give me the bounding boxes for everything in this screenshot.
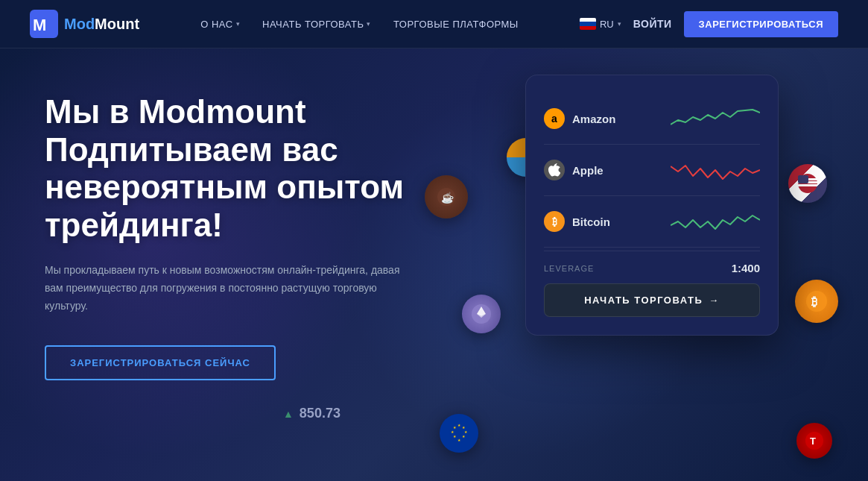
- nav-platforms[interactable]: ТОРГОВЫЕ ПЛАТФОРМЫ: [393, 19, 519, 30]
- hero-section: ☕ ★ ★ ★ ★ ★ ★ ★ ★: [0, 48, 868, 481]
- price-ticker: ▲ 850.73: [283, 406, 340, 421]
- hero-subtitle: Мы прокладываем путь к новым возможностя…: [45, 262, 417, 315]
- svg-text:M: M: [33, 16, 46, 34]
- svg-rect-19: [798, 184, 817, 186]
- cta-button[interactable]: ЗАРЕГИСТРИРОВАТЬСЯ СЕЙЧАС: [45, 345, 276, 380]
- apple-label: Apple: [572, 164, 604, 177]
- apple-sparkline: [671, 155, 760, 185]
- price-value: 850.73: [300, 406, 340, 421]
- bitcoin-label: Bitcoin: [572, 216, 610, 228]
- bitcoin-float-icon: ₿: [795, 280, 838, 323]
- register-button[interactable]: ЗАРЕГИСТРИРОВАТЬСЯ: [684, 11, 838, 37]
- svg-text:☕: ☕: [441, 192, 454, 204]
- leverage-row: LEVERAGE 1:400: [544, 251, 760, 283]
- leverage-value: 1:400: [732, 262, 760, 274]
- chevron-down-icon: ▾: [236, 20, 241, 28]
- coffee-icon: ☕: [425, 175, 468, 219]
- asset-row-bitcoin: ₿ Bitcoin: [544, 196, 760, 248]
- apple-icon: [544, 160, 565, 180]
- us-flag-icon: [788, 164, 827, 203]
- login-button[interactable]: ВОЙТИ: [633, 18, 672, 30]
- asset-row-amazon: a Amazon: [544, 93, 760, 145]
- svg-text:₿: ₿: [811, 295, 817, 308]
- trade-button-arrow: →: [709, 295, 720, 306]
- bitcoin-icon: ₿: [544, 211, 565, 232]
- eu-flag-icon: ★ ★ ★ ★ ★ ★ ★ ★: [440, 414, 478, 453]
- amazon-icon: a: [544, 108, 565, 129]
- ru-flag-icon: [580, 18, 596, 30]
- logo[interactable]: M ModMount: [30, 10, 139, 38]
- amazon-sparkline: [671, 104, 760, 133]
- language-selector[interactable]: RU ▾: [580, 18, 621, 30]
- nav-about[interactable]: О НАС ▾: [200, 19, 240, 30]
- logo-text: ModMount: [64, 16, 139, 33]
- price-arrow: ▲: [283, 408, 294, 420]
- trade-button[interactable]: НАЧАТЬ ТОРГОВАТЬ →: [544, 283, 760, 317]
- svg-rect-21: [798, 175, 808, 183]
- asset-info-amazon: a Amazon: [544, 108, 615, 129]
- navbar: M ModMount О НАС ▾ НАЧАТЬ ТОРГОВАТЬ ▾ ТО…: [0, 0, 868, 48]
- bitcoin-sparkline: [671, 207, 760, 236]
- chevron-down-icon: ▾: [618, 20, 621, 28]
- svg-text:T: T: [810, 436, 816, 447]
- asset-info-apple: Apple: [544, 160, 604, 180]
- nav-right: RU ▾ ВОЙТИ ЗАРЕГИСТРИРОВАТЬСЯ: [580, 11, 838, 37]
- asset-row-apple: Apple: [544, 145, 760, 196]
- ethereum-icon: [462, 295, 501, 333]
- nav-start-trading[interactable]: НАЧАТЬ ТОРГОВАТЬ ▾: [262, 19, 371, 30]
- logo-icon: M: [30, 10, 58, 38]
- asset-info-bitcoin: ₿ Bitcoin: [544, 211, 610, 232]
- nav-links: О НАС ▾ НАЧАТЬ ТОРГОВАТЬ ▾ ТОРГОВЫЕ ПЛАТ…: [200, 19, 519, 30]
- tesla-icon: T: [796, 423, 832, 459]
- trade-button-label: НАЧАТЬ ТОРГОВАТЬ: [584, 295, 703, 306]
- leverage-label: LEVERAGE: [544, 264, 594, 273]
- amazon-label: Amazon: [572, 113, 615, 125]
- trading-card: a Amazon Apple: [525, 75, 779, 336]
- chevron-down-icon: ▾: [367, 20, 371, 28]
